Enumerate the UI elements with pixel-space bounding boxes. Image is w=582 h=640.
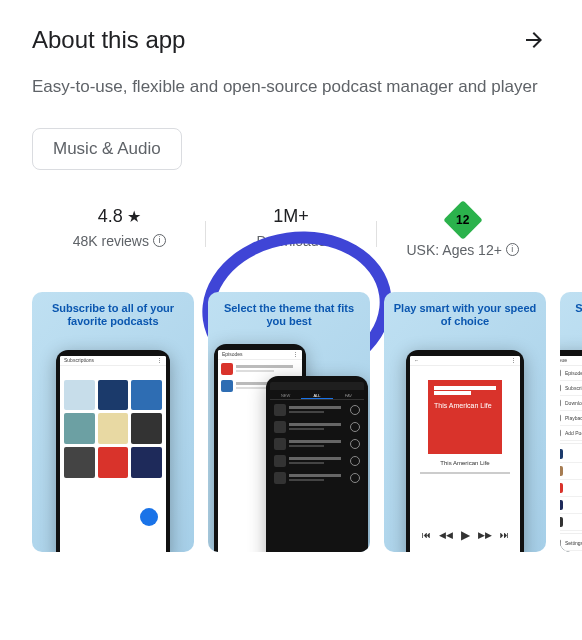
screenshot-2[interactable]: Select the theme that fits you best Epis… — [208, 292, 370, 552]
reviews-count: 48K reviews — [73, 233, 149, 249]
screenshot-3[interactable]: Play smart with your speed of choice ←⋮ … — [384, 292, 546, 552]
arrow-right-icon — [522, 28, 546, 52]
screenshot-caption: Save time with automatic downloads — [568, 302, 582, 330]
info-icon: i — [153, 234, 166, 247]
info-icon: i — [506, 243, 519, 256]
star-icon: ★ — [127, 207, 141, 226]
phone-mock: Queue⋮ Episodes Subscriptions Downloads … — [560, 350, 582, 552]
play-icon: ▶ — [461, 528, 470, 542]
about-arrow-button[interactable] — [518, 24, 550, 56]
downloads-label: Downloads — [256, 233, 325, 249]
screenshot-caption: Play smart with your speed of choice — [392, 302, 538, 330]
about-heading: About this app — [32, 26, 185, 54]
rating-value: 4.8 — [98, 206, 123, 227]
phone-mock-dark: NEWALLFAV — [266, 376, 368, 552]
screenshot-caption: Select the theme that fits you best — [216, 302, 362, 330]
usk-badge-icon: 12 — [443, 200, 483, 240]
screenshot-carousel[interactable]: Subscribe to all of your favorite podcas… — [0, 292, 582, 552]
category-chip-music-audio[interactable]: Music & Audio — [32, 128, 182, 170]
content-rating-label: USK: Ages 12+ — [407, 242, 502, 258]
back-icon: ◀◀ — [439, 530, 453, 540]
screenshot-1[interactable]: Subscribe to all of your favorite podcas… — [32, 292, 194, 552]
screenshot-caption: Subscribe to all of your favorite podcas… — [40, 302, 186, 330]
stat-content-rating[interactable]: 12 USK: Ages 12+ i — [377, 206, 548, 258]
downloads-value: 1M+ — [273, 206, 309, 227]
rewind-icon: ⏮ — [422, 530, 431, 540]
stats-row: 4.8 ★ 48K reviews i 1M+ Downloads 12 USK… — [32, 206, 550, 258]
phone-mock: ←⋮ This American Life This American Life… — [406, 350, 524, 552]
screenshot-4[interactable]: Save time with automatic downloads Queue… — [560, 292, 582, 552]
stat-rating[interactable]: 4.8 ★ 48K reviews i — [34, 206, 205, 249]
phone-mock: Subscriptions⋮ — [56, 350, 170, 552]
stat-downloads: 1M+ Downloads — [206, 206, 377, 249]
skip-icon: ⏭ — [500, 530, 509, 540]
category-chip-row: Music & Audio — [32, 128, 550, 170]
about-header: About this app — [32, 24, 550, 56]
app-description: Easy-to-use, flexible and open-source po… — [32, 74, 550, 100]
forward-icon: ▶▶ — [478, 530, 492, 540]
